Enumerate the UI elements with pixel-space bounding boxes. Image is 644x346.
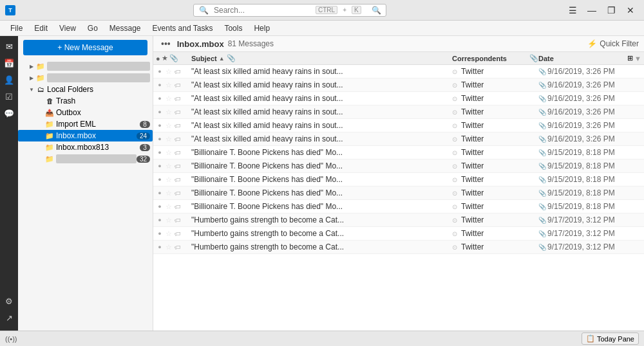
- message-pane-header: ••• Inbox.mbox 81 Messages ⚡ Quick Filte…: [153, 36, 644, 52]
- message-row[interactable]: ● ☆ 🏷 "Billionaire T. Boone Pickens has …: [153, 159, 644, 173]
- col-expand-icon[interactable]: ⊞: [627, 54, 633, 62]
- folder-label-import-eml: Import EML: [56, 120, 140, 129]
- message-row[interactable]: ● ☆ 🏷 "At least six killed amid heavy ra…: [153, 119, 644, 132]
- message-row[interactable]: ● ☆ 🏷 "At least six killed amid heavy ra…: [153, 65, 644, 78]
- row-tag-icon: 🏷: [174, 163, 182, 170]
- sidebar-icon-expand[interactable]: ↗: [1, 310, 17, 325]
- row-star-icon[interactable]: ☆: [165, 162, 173, 170]
- col-subject-header[interactable]: Subject ▲ 📎: [191, 54, 452, 62]
- search-submit-icon[interactable]: 🔍: [372, 6, 381, 15]
- menu-item-tools[interactable]: Tools: [219, 23, 247, 34]
- col-date-header[interactable]: Date: [538, 55, 622, 62]
- folder-toggle-import-eml: [36, 120, 45, 129]
- row-icons: ● ☆ 🏷: [156, 68, 191, 76]
- column-headers: ● ★ 📎 Subject ▲ 📎 Correspondents 📎 Date …: [153, 52, 644, 65]
- row-subject: "Billionaire T. Boone Pickens has died" …: [191, 148, 452, 157]
- folder-item-local-folders[interactable]: ▼ 🗂 Local Folders: [18, 84, 153, 95]
- message-row[interactable]: ● ☆ 🏷 "At least six killed amid heavy ra…: [153, 92, 644, 105]
- row-star-icon[interactable]: ☆: [165, 108, 173, 116]
- message-row[interactable]: ● ☆ 🏷 "At least six killed amid heavy ra…: [153, 105, 644, 119]
- quick-filter-button[interactable]: ⚡ Quick Filter: [587, 39, 639, 48]
- folder-icon-inbox-mbox813: 📁: [45, 143, 54, 152]
- menu-item-file[interactable]: File: [5, 23, 28, 34]
- row-star-icon[interactable]: ☆: [165, 230, 173, 238]
- folder-item-account2[interactable]: ▶ 📁 ████████: [18, 72, 153, 84]
- row-star-icon[interactable]: ☆: [165, 81, 173, 89]
- row-date-icon: 📎: [538, 176, 547, 183]
- search-input[interactable]: [214, 6, 310, 15]
- row-date-icon: 📎: [538, 122, 547, 129]
- message-row[interactable]: ● ☆ 🏷 "Humberto gains strength to become…: [153, 227, 644, 241]
- row-subject-end-icon: ⊙: [452, 244, 461, 251]
- message-row[interactable]: ● ☆ 🏷 "Billionaire T. Boone Pickens has …: [153, 200, 644, 214]
- folder-item-outbox[interactable]: 📤 Outbox: [18, 107, 153, 118]
- restore-button[interactable]: ❐: [603, 2, 620, 19]
- row-date: 9/15/2019, 8:18 PM: [547, 161, 631, 170]
- menu-item-events-and-tasks[interactable]: Events and Tasks: [147, 23, 218, 34]
- menu-button[interactable]: ☰: [564, 2, 581, 19]
- folder-item-import-eml[interactable]: 📁 Import EML 8: [18, 118, 153, 130]
- row-star-icon[interactable]: ☆: [165, 203, 173, 211]
- row-date: 9/16/2019, 3:26 PM: [547, 121, 631, 130]
- row-star-icon[interactable]: ☆: [165, 189, 173, 197]
- menu-item-edit[interactable]: Edit: [29, 23, 53, 34]
- row-subject-end-icon: ⊙: [452, 176, 461, 183]
- row-star-icon[interactable]: ☆: [165, 68, 173, 76]
- row-tag-icon: 🏷: [174, 176, 182, 183]
- message-row[interactable]: ● ☆ 🏷 "Billionaire T. Boone Pickens has …: [153, 146, 644, 159]
- menu-item-help[interactable]: Help: [249, 23, 275, 34]
- folder-label-trash: Trash: [56, 96, 150, 105]
- minimize-button[interactable]: —: [583, 2, 600, 19]
- message-row[interactable]: ● ☆ 🏷 "Humberto gains strength to become…: [153, 241, 644, 254]
- menu-item-view[interactable]: View: [54, 23, 81, 34]
- sidebar-icon-settings[interactable]: ⚙: [1, 293, 17, 309]
- row-correspondent: Twitter: [461, 175, 538, 184]
- row-icons: ● ☆ 🏷: [156, 243, 191, 251]
- folder-item-account1[interactable]: ▶ 📁 ████████: [18, 60, 153, 72]
- menu-item-message[interactable]: Message: [104, 23, 146, 34]
- row-icons: ● ☆ 🏷: [156, 189, 191, 197]
- message-row[interactable]: ● ☆ 🏷 "At least six killed amid heavy ra…: [153, 78, 644, 92]
- row-star-icon[interactable]: ☆: [165, 243, 173, 251]
- row-star-icon[interactable]: ☆: [165, 95, 173, 103]
- sidebar-icon-calendar[interactable]: 📅: [1, 55, 17, 71]
- folder-item-blurred-mbox[interactable]: 📁 ████████.mbox 32: [18, 153, 153, 165]
- row-subject-end-icon: ⊙: [452, 122, 461, 129]
- sidebar-icon-contacts[interactable]: 👤: [1, 72, 17, 87]
- sidebar-icon-chat[interactable]: 💬: [1, 105, 17, 121]
- sidebar-icon-tasks[interactable]: ☑: [1, 89, 17, 104]
- close-button[interactable]: ✕: [622, 2, 639, 19]
- row-tag-icon: 🏷: [174, 136, 182, 143]
- new-message-button[interactable]: + New Message: [23, 40, 147, 55]
- row-correspondent: Twitter: [461, 107, 538, 116]
- col-correspondents-header[interactable]: Correspondents: [452, 55, 529, 62]
- message-row[interactable]: ● ☆ 🏷 "Billionaire T. Boone Pickens has …: [153, 173, 644, 187]
- app-icon: T: [5, 5, 15, 15]
- row-star-icon[interactable]: ☆: [165, 216, 173, 224]
- row-star-icon[interactable]: ☆: [165, 135, 173, 143]
- sidebar-icon-mail[interactable]: ✉: [1, 39, 17, 54]
- row-icons: ● ☆ 🏷: [156, 230, 191, 238]
- folder-item-trash[interactable]: 🗑 Trash: [18, 95, 153, 107]
- today-pane-button[interactable]: 📋 Today Pane: [582, 332, 639, 345]
- folder-icon-blurred-mbox: 📁: [45, 154, 54, 163]
- row-star-icon[interactable]: ☆: [165, 122, 173, 130]
- menu-item-go[interactable]: Go: [82, 23, 103, 34]
- row-subject: "Billionaire T. Boone Pickens has died" …: [191, 188, 452, 197]
- row-date: 9/17/2019, 3:12 PM: [547, 242, 631, 251]
- folder-item-inbox-mbox813[interactable]: 📁 Inbox.mbox813 3: [18, 141, 153, 153]
- message-row[interactable]: ● ☆ 🏷 "Humberto gains strength to become…: [153, 214, 644, 227]
- row-star-icon[interactable]: ☆: [165, 176, 173, 184]
- row-read-icon: ●: [156, 149, 164, 156]
- col-subject-attach-icon: 📎: [227, 54, 236, 62]
- message-row[interactable]: ● ☆ 🏷 "At least six killed amid heavy ra…: [153, 132, 644, 146]
- title-bar-left: T: [5, 5, 15, 15]
- message-row[interactable]: ● ☆ 🏷 "Billionaire T. Boone Pickens has …: [153, 187, 644, 200]
- row-tag-icon: 🏷: [174, 190, 182, 197]
- folder-icon-outbox: 📤: [45, 108, 54, 117]
- folder-item-inbox-mbox[interactable]: 📁 Inbox.mbox 24: [18, 130, 153, 141]
- row-star-icon[interactable]: ☆: [165, 149, 173, 157]
- message-list[interactable]: ● ☆ 🏷 "At least six killed amid heavy ra…: [153, 65, 644, 331]
- more-menu-button[interactable]: •••: [158, 39, 173, 49]
- col-icons: ● ★ 📎: [156, 54, 191, 62]
